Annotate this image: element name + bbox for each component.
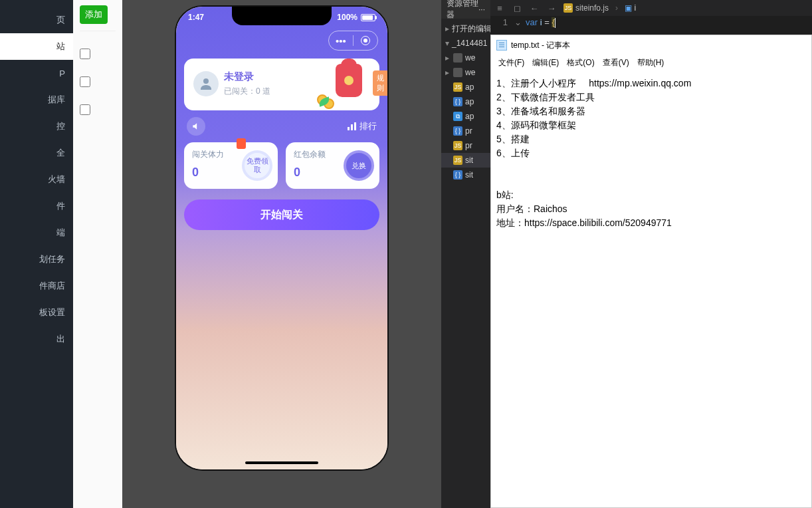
avatar-placeholder-icon xyxy=(193,71,219,96)
ranking-button[interactable]: 排行 xyxy=(348,120,377,132)
tree-row[interactable]: ⧉ap xyxy=(441,109,490,124)
explorer-title: 资源管理器 xyxy=(447,0,478,21)
sidebar-item-10[interactable]: 件商店 xyxy=(0,273,73,299)
notepad-title: temp.txt - 记事本 xyxy=(511,40,570,51)
sidebar-item-12[interactable]: 出 xyxy=(0,326,73,352)
rules-tab[interactable]: 规则 xyxy=(373,70,387,96)
sidebar-item-11[interactable]: 板设置 xyxy=(0,299,73,326)
editor-tab[interactable]: JS siteinfo.js xyxy=(563,3,609,13)
speaker-icon xyxy=(191,122,201,131)
new-badge-icon xyxy=(237,138,246,149)
free-claim-button[interactable]: 免费领取 xyxy=(242,150,272,181)
js-icon: JS xyxy=(453,156,462,165)
sidebar-item-6[interactable]: 火墙 xyxy=(0,166,73,193)
phone-screen: 1:47 100% ••• xyxy=(176,7,387,469)
notepad-menubar: 文件(F) 编辑(E) 格式(O) 查看(V) 帮助(H) xyxy=(491,55,811,70)
stamina-card[interactable]: 闯关体力 0 免费领取 xyxy=(184,142,278,189)
js-icon: JS xyxy=(563,3,573,13)
login-card[interactable]: 未登录 已闯关：0 道 规则 xyxy=(184,59,379,110)
sound-button[interactable] xyxy=(187,117,205,136)
sidebar-item-3[interactable]: 据库 xyxy=(0,86,73,113)
home-indicator xyxy=(245,461,318,464)
notepad-titlebar[interactable]: temp.txt - 记事本 xyxy=(491,35,811,55)
login-title: 未登录 xyxy=(224,70,270,83)
admin-sidebar: 页 站 P 据库 控 全 火墙 件 端 划任务 件商店 板设置 出 xyxy=(0,0,73,508)
battery-percent: 100% xyxy=(337,13,357,22)
tree-row[interactable]: ▸we xyxy=(441,51,490,65)
editor-tabbar: ≡ ◻ ← → JS siteinfo.js › ▣ i xyxy=(490,0,812,16)
sidebar-item-7[interactable]: 件 xyxy=(0,193,73,219)
battery-icon xyxy=(361,14,375,21)
tree-row[interactable]: JSpr xyxy=(441,138,490,153)
sidebar-item-5[interactable]: 全 xyxy=(0,140,73,166)
menu-help[interactable]: 帮助(H) xyxy=(634,57,668,69)
explorer-more-icon[interactable]: ··· xyxy=(478,5,485,14)
notepad-window: temp.txt - 记事本 文件(F) 编辑(E) 格式(O) 查看(V) 帮… xyxy=(490,35,812,508)
project-root[interactable]: ▾_1414481 xyxy=(441,36,490,51)
sidebar-item-0[interactable]: 页 xyxy=(0,7,73,33)
admin-panel-column: 添加 xyxy=(73,0,122,508)
bookmark-icon[interactable]: ◻ xyxy=(512,3,522,13)
status-time: 1:47 xyxy=(188,13,204,22)
sidebar-item-8[interactable]: 端 xyxy=(0,219,73,246)
phone-frame: 1:47 100% ••• xyxy=(175,5,389,471)
start-button[interactable]: 开始闯关 xyxy=(184,199,379,230)
tree-row[interactable]: { }ap xyxy=(441,94,490,109)
miniapp-capsule: ••• xyxy=(328,31,378,51)
tree-row[interactable]: { }pr xyxy=(441,124,490,138)
capsule-close-button[interactable] xyxy=(354,31,377,50)
nav-back-icon[interactable]: ← xyxy=(529,3,540,13)
explorer-pane: 资源管理器 ··· ▸打开的编辑器 ▾_1414481 ▸we ▸we JSap… xyxy=(441,0,490,508)
sidebar-item-1[interactable]: 站 xyxy=(0,33,73,60)
right-column: ≡ ◻ ← → JS siteinfo.js › ▣ i 1 ⌄ var i =… xyxy=(490,0,812,508)
login-sub: 已闯关：0 道 xyxy=(224,86,270,97)
red-packet-illustration xyxy=(318,60,366,108)
menu-view[interactable]: 查看(V) xyxy=(599,57,633,69)
open-editors-section[interactable]: ▸打开的编辑器 xyxy=(441,21,490,36)
ranking-label: 排行 xyxy=(359,120,377,132)
editor-body[interactable]: 1 ⌄ var i = { xyxy=(490,16,812,35)
row-checkbox-3[interactable] xyxy=(80,104,90,115)
redeem-button[interactable]: 兑换 xyxy=(344,150,374,181)
folder-icon xyxy=(453,53,462,63)
code-editor: ≡ ◻ ← → JS siteinfo.js › ▣ i 1 ⌄ var i =… xyxy=(490,0,812,35)
tree-row[interactable]: { }sit xyxy=(441,168,490,182)
js-icon: JS xyxy=(453,141,462,150)
notepad-app-icon xyxy=(496,40,507,51)
json-icon: { } xyxy=(453,170,462,180)
tree-row[interactable]: ▸we xyxy=(441,65,490,80)
bars-icon xyxy=(348,122,356,130)
tree-row[interactable]: JSap xyxy=(441,80,490,94)
add-site-button[interactable]: 添加 xyxy=(80,5,108,24)
html-icon: ⧉ xyxy=(453,112,462,121)
menu-format[interactable]: 格式(O) xyxy=(563,57,597,69)
balance-card[interactable]: 红包余额 0 兑换 xyxy=(286,142,379,189)
target-icon xyxy=(361,36,370,45)
json-icon: { } xyxy=(453,97,462,106)
capsule-menu-button[interactable]: ••• xyxy=(329,31,353,50)
sidebar-item-9[interactable]: 划任务 xyxy=(0,246,73,273)
sidebar-item-2[interactable]: P xyxy=(0,60,73,86)
line-number: 1 xyxy=(494,17,514,27)
simulator-pane: 1:47 100% ••• xyxy=(122,0,441,508)
fold-caret-icon[interactable]: ⌄ xyxy=(514,17,522,27)
menu-file[interactable]: 文件(F) xyxy=(495,57,528,69)
outline-icon[interactable]: ≡ xyxy=(494,3,505,13)
row-checkbox-1[interactable] xyxy=(80,49,90,59)
phone-notch xyxy=(232,7,332,25)
sidebar-item-4[interactable]: 控 xyxy=(0,113,73,140)
tree-row-selected[interactable]: JSsit xyxy=(441,153,490,168)
nav-forward-icon[interactable]: → xyxy=(546,3,557,13)
breadcrumb-var[interactable]: ▣ i xyxy=(625,3,636,13)
svg-point-0 xyxy=(203,78,209,84)
json-icon: { } xyxy=(453,126,462,136)
row-checkbox-2[interactable] xyxy=(80,76,90,87)
folder-icon xyxy=(453,68,462,77)
menu-edit[interactable]: 编辑(E) xyxy=(529,57,562,69)
js-icon: JS xyxy=(453,82,462,92)
notepad-body[interactable]: 1、注册个人小程序 https://mp.weixin.qq.com 2、下载微… xyxy=(491,70,811,507)
